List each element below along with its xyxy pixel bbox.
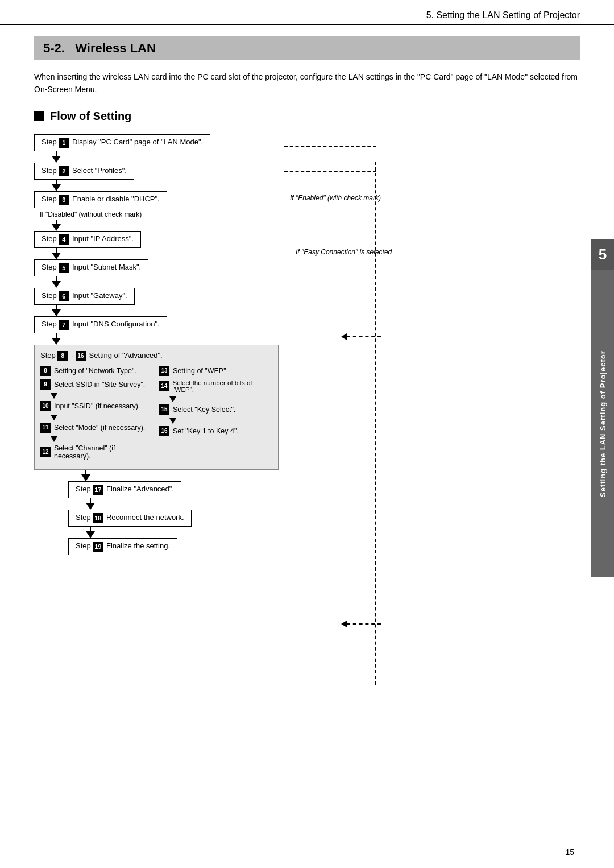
adv-step-9: 9 Select SSID in "Site Survey". bbox=[40, 379, 154, 390]
page: 5. Setting the LAN Setting of Projector … bbox=[0, 0, 614, 868]
section-title-bar: 5-2. Wireless LAN bbox=[34, 36, 580, 60]
dashed-main-line bbox=[375, 162, 376, 685]
advanced-header: Step 8 - 16 Setting of "Advanced". bbox=[40, 351, 272, 361]
disabled-note: If "Disabled" (without check mark) bbox=[34, 210, 279, 218]
step-18-box: Step 18 Reconnect the network. bbox=[68, 510, 192, 527]
flow-heading-text: Flow of Setting bbox=[50, 110, 131, 123]
intro-text: When inserting the wireless LAN card int… bbox=[34, 71, 580, 96]
adv-arrow-9 bbox=[51, 393, 154, 399]
adv-step-13: 13 Setting of "WEP" bbox=[159, 366, 272, 376]
heading-square-icon bbox=[34, 111, 44, 121]
step-19-box: Step 19 Finalize the setting. bbox=[68, 538, 177, 555]
step-4-row: Step 4 Input "IP Address". bbox=[34, 231, 279, 259]
step-1-row: Step 1 Display "PC Card" page of "LAN Mo… bbox=[34, 134, 279, 163]
advanced-box: Step 8 - 16 Setting of "Advanced". 8 Set… bbox=[34, 345, 279, 470]
dashed-h-step3 bbox=[284, 171, 376, 172]
page-number: 15 bbox=[565, 848, 574, 857]
adv-arrow-11 bbox=[51, 436, 154, 442]
step-17-box: Step 17 Finalize "Advanced". bbox=[68, 481, 181, 498]
adv-step-16: 16 Set "Key 1 to Key 4". bbox=[159, 426, 272, 436]
adv-arrow-14 bbox=[169, 396, 272, 402]
adv-step-14: 14 Select the number of bits of "WEP". bbox=[159, 379, 272, 393]
adv-step-8: 8 Setting of "Network Type". bbox=[40, 366, 154, 376]
chapter-label-tab: Setting the LAN Setting of Projector bbox=[591, 270, 614, 577]
dashed-h-step2 bbox=[284, 146, 376, 147]
main-content: When inserting the wireless LAN card int… bbox=[0, 60, 614, 555]
header-title: 5. Setting the LAN Setting of Projector bbox=[426, 10, 580, 20]
advanced-left-col: 8 Setting of "Network Type". 9 Select SS… bbox=[40, 366, 154, 464]
enabled-note: If "Enabled" (with check mark) bbox=[290, 194, 381, 202]
step-2-row: Step 2 Select "Profiles". bbox=[34, 163, 279, 191]
adv-step-11: 11 Select "Mode" (if necessary). bbox=[40, 423, 154, 433]
step-18-row: Step 18 Reconnect the network. bbox=[34, 510, 279, 538]
flow-heading: Flow of Setting bbox=[34, 110, 580, 123]
step-5-box: Step 5 Input "Subnet Mask". bbox=[34, 259, 148, 276]
step-7-box: Step 7 Input "DNS Configuration". bbox=[34, 316, 167, 333]
adv-step-10: 10 Input "SSID" (if necessary). bbox=[40, 401, 154, 411]
step-4-box: Step 4 Input "IP Address". bbox=[34, 231, 141, 248]
flow-diagram: Step 1 Display "PC Card" page of "LAN Mo… bbox=[34, 134, 580, 555]
step-17-row: Step 17 Finalize "Advanced". bbox=[34, 481, 279, 510]
step-3-row: Step 3 Enable or disable "DHCP". bbox=[34, 191, 279, 208]
adv-step-15: 15 Select "Key Select". bbox=[159, 404, 272, 415]
adv-arrow-10 bbox=[51, 415, 154, 420]
adv-step-12: 12 Select "Channel" (if necessary). bbox=[40, 444, 154, 460]
step-5-row: Step 5 Input "Subnet Mask". bbox=[34, 259, 279, 288]
step-6-box: Step 6 Input "Gateway". bbox=[34, 288, 135, 305]
section-title: 5-2. Wireless LAN bbox=[43, 41, 156, 55]
advanced-right-col: 13 Setting of "WEP" 14 Select the number… bbox=[159, 366, 272, 464]
step-3-box: Step 3 Enable or disable "DHCP". bbox=[34, 191, 167, 208]
arrow-to-step7 bbox=[341, 333, 381, 340]
step-2-box: Step 2 Select "Profiles". bbox=[34, 163, 134, 180]
step-1-box: Step 1 Display "PC Card" page of "LAN Mo… bbox=[34, 134, 210, 151]
step-6-row: Step 6 Input "Gateway". bbox=[34, 288, 279, 316]
step-7-row: Step 7 Input "DNS Configuration". bbox=[34, 316, 279, 345]
adv-arrow-15 bbox=[169, 418, 272, 424]
arrow-to-step18 bbox=[341, 621, 381, 627]
page-header: 5. Setting the LAN Setting of Projector bbox=[0, 0, 614, 25]
chapter-number-tab: 5 bbox=[591, 239, 614, 270]
easy-note: If "Easy Connection" is selected bbox=[296, 248, 392, 256]
step-19-row: Step 19 Finalize the setting. bbox=[34, 538, 279, 555]
advanced-inner: 8 Setting of "Network Type". 9 Select SS… bbox=[40, 366, 272, 464]
